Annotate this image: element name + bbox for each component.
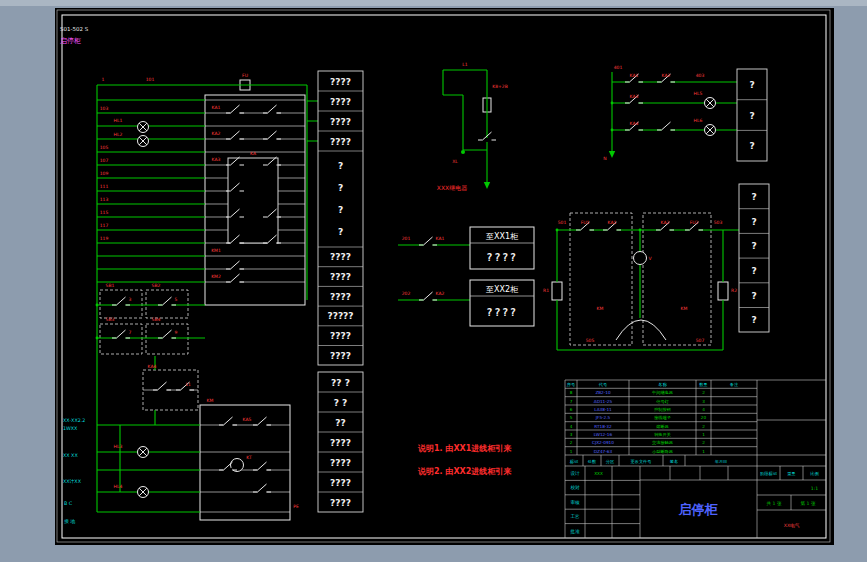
bom-header: 序号 xyxy=(567,382,576,387)
component-label: 1 xyxy=(102,77,105,82)
bom-cell: LW12-16 xyxy=(594,432,613,437)
component-label: KA2 xyxy=(661,220,670,225)
component-label: SB3 xyxy=(106,317,115,322)
drawing-canvas[interactable] xyxy=(55,8,834,545)
component-label: N xyxy=(603,156,606,161)
scale-value: 1:1 xyxy=(811,486,818,491)
component-label: 113 xyxy=(100,197,109,202)
wire-tag: ???? xyxy=(330,478,351,488)
revision-header: 签名 xyxy=(670,459,678,464)
relay-caption: XXX继电器 xyxy=(437,184,467,192)
component-label: KA1 xyxy=(212,105,221,110)
wire-tag: ?? ? xyxy=(331,378,350,388)
bom-cell: 7 xyxy=(570,399,573,404)
margin-label: 接 地 xyxy=(64,518,75,524)
bom-cell: 信号灯 xyxy=(655,399,669,404)
component-label: 9 xyxy=(175,330,178,335)
wire-tag: ? xyxy=(751,241,756,251)
component-label: KM xyxy=(681,306,688,311)
component-label: 11 xyxy=(185,382,191,387)
component-label: XL xyxy=(452,159,458,164)
component-label: 111 xyxy=(100,184,109,189)
component-label: R1 xyxy=(543,288,549,293)
wire-tag: ???? xyxy=(330,77,351,87)
component-label: FU1 xyxy=(581,220,590,225)
component-label: SB2 xyxy=(152,283,161,288)
revision-header: 年月日 xyxy=(715,459,728,464)
component-label: 109 xyxy=(100,171,109,176)
component-label: HL2 xyxy=(114,132,123,137)
component-label: HL1 xyxy=(114,118,123,123)
wire-tag: ? xyxy=(751,291,756,301)
component-label: KA2 xyxy=(436,291,445,296)
wire-tag: ???? xyxy=(330,351,351,361)
bom-cell: 8 xyxy=(570,390,573,395)
wire-tag: ???? xyxy=(330,331,351,341)
component-label: KA1 xyxy=(436,236,445,241)
bom-cell: 3 xyxy=(570,432,573,437)
coil-icon xyxy=(634,252,647,265)
wire-tag: ????? xyxy=(327,311,353,321)
dest-box-2-title: 至XX2柜 xyxy=(486,285,519,294)
bom-header: 数量 xyxy=(699,382,707,387)
lamp-icon xyxy=(138,136,149,147)
component-label: 503 xyxy=(714,220,723,225)
wire-tag: ???? xyxy=(330,292,351,302)
bom-cell: 转换开关 xyxy=(654,432,671,437)
wire-tag: ? xyxy=(338,227,343,237)
bom-cell: 小型断路器 xyxy=(652,449,673,454)
bom-cell: 1 xyxy=(570,449,573,454)
lamp-icon xyxy=(138,122,149,133)
wire-tag: ???? xyxy=(330,272,351,282)
bom-cell: RT18-32 xyxy=(594,424,612,429)
bom-cell: 2 xyxy=(570,440,573,445)
margin-label: B C xyxy=(64,501,73,506)
revision-header: 更改文件号 xyxy=(631,459,653,464)
relay-module xyxy=(228,158,278,243)
wire-tag: ???? xyxy=(330,117,351,127)
component-label: KA1 xyxy=(630,73,639,78)
dest-box-1-title: 至XX1柜 xyxy=(486,232,519,241)
sign-label: 工艺 xyxy=(570,513,580,519)
wire-tag: ? xyxy=(751,192,756,202)
bom-cell: 控制按钮 xyxy=(654,407,672,412)
bom-header: 名称 xyxy=(658,382,667,387)
component-label: HL5 xyxy=(694,91,703,96)
bom-cell: 4 xyxy=(702,407,705,412)
bom-cell: 2 xyxy=(702,424,705,429)
wire-tag: ? xyxy=(749,141,754,151)
bom-cell: 接线端子 xyxy=(653,415,672,420)
component-label: 101 xyxy=(146,77,155,82)
dest-box-1-value: ???? xyxy=(486,251,517,263)
revision-header: 处数 xyxy=(588,459,597,464)
wire-tag: ? xyxy=(751,315,756,325)
component-label: PE xyxy=(293,504,299,509)
bom-cell: 20 xyxy=(701,415,707,420)
component-label: KA4 xyxy=(630,121,639,126)
component-label: SB1 xyxy=(106,283,115,288)
drawing-sheet xyxy=(55,8,834,545)
bom-cell: LA38-11 xyxy=(594,407,612,412)
wire-tag: ???? xyxy=(330,252,351,262)
stage-header-cell: 重量 xyxy=(787,471,795,476)
component-label: 403 xyxy=(696,73,705,78)
wire-tag: ???? xyxy=(330,498,351,508)
bom-cell: 2 xyxy=(702,440,705,445)
drawing-corner-label: 启停柜 xyxy=(60,37,81,45)
bom-cell: 交流接触器 xyxy=(652,440,673,445)
component-label: FU2 xyxy=(690,220,699,225)
lamp-icon xyxy=(705,125,716,136)
bom-header: 备注 xyxy=(730,382,739,387)
component-label: KM1 xyxy=(211,248,221,253)
bom-cell: 4 xyxy=(570,424,573,429)
lamp-icon xyxy=(138,447,149,458)
wire-tag: ? xyxy=(338,161,343,171)
lamp-icon xyxy=(138,487,149,498)
sign-name: XXX xyxy=(594,471,603,476)
component-label: 501 xyxy=(558,220,567,225)
component-label: 119 xyxy=(100,236,109,241)
wire-tag: ? xyxy=(338,205,343,215)
revision-header: 分区 xyxy=(606,459,615,464)
bom-cell: 5 xyxy=(570,415,573,420)
component-label: KM xyxy=(597,306,604,311)
